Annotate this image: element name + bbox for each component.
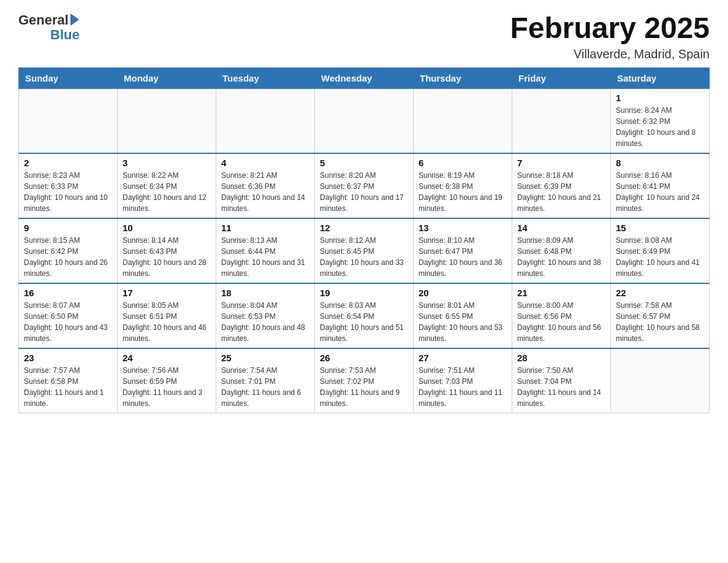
calendar-cell: 5Sunrise: 8:20 AMSunset: 6:37 PMDaylight… (315, 153, 414, 218)
calendar-cell: 18Sunrise: 8:04 AMSunset: 6:53 PMDayligh… (216, 283, 315, 348)
day-number: 7 (517, 158, 605, 168)
day-number: 24 (123, 353, 211, 363)
calendar-cell (611, 348, 710, 413)
calendar-cell: 10Sunrise: 8:14 AMSunset: 6:43 PMDayligh… (118, 218, 216, 283)
weekday-header-row: SundayMondayTuesdayWednesdayThursdayFrid… (19, 67, 710, 88)
day-number: 13 (419, 223, 507, 233)
day-detail: Sunrise: 8:03 AMSunset: 6:54 PMDaylight:… (320, 300, 408, 344)
day-number: 20 (419, 288, 507, 298)
calendar-cell: 3Sunrise: 8:22 AMSunset: 6:34 PMDaylight… (118, 153, 216, 218)
weekday-header-tuesday: Tuesday (216, 67, 315, 88)
calendar-cell: 6Sunrise: 8:19 AMSunset: 6:38 PMDaylight… (414, 153, 512, 218)
day-number: 6 (419, 158, 507, 168)
calendar-cell: 9Sunrise: 8:15 AMSunset: 6:42 PMDaylight… (19, 218, 118, 283)
day-detail: Sunrise: 7:56 AMSunset: 6:59 PMDaylight:… (123, 365, 211, 409)
day-number: 2 (24, 158, 112, 168)
day-number: 9 (24, 223, 112, 233)
day-detail: Sunrise: 7:50 AMSunset: 7:04 PMDaylight:… (517, 365, 605, 409)
calendar-cell: 2Sunrise: 8:23 AMSunset: 6:33 PMDaylight… (19, 153, 118, 218)
calendar-cell (19, 88, 118, 153)
week-row-1: 1Sunrise: 8:24 AMSunset: 6:32 PMDaylight… (19, 88, 710, 153)
calendar-cell: 22Sunrise: 7:58 AMSunset: 6:57 PMDayligh… (611, 283, 710, 348)
day-number: 28 (517, 353, 605, 363)
calendar-cell: 7Sunrise: 8:18 AMSunset: 6:39 PMDaylight… (512, 153, 611, 218)
day-detail: Sunrise: 8:08 AMSunset: 6:49 PMDaylight:… (616, 235, 704, 279)
day-number: 25 (221, 353, 309, 363)
logo-blue-text: Blue (50, 27, 80, 43)
calendar-cell (414, 88, 512, 153)
week-row-2: 2Sunrise: 8:23 AMSunset: 6:33 PMDaylight… (19, 153, 710, 218)
weekday-header-friday: Friday (512, 67, 611, 88)
day-number: 18 (221, 288, 309, 298)
calendar-table: SundayMondayTuesdayWednesdayThursdayFrid… (18, 67, 710, 413)
day-detail: Sunrise: 8:01 AMSunset: 6:55 PMDaylight:… (419, 300, 507, 344)
calendar-cell: 28Sunrise: 7:50 AMSunset: 7:04 PMDayligh… (512, 348, 611, 413)
day-number: 16 (24, 288, 112, 298)
calendar-cell: 23Sunrise: 7:57 AMSunset: 6:58 PMDayligh… (19, 348, 118, 413)
calendar-cell: 12Sunrise: 8:12 AMSunset: 6:45 PMDayligh… (315, 218, 414, 283)
day-detail: Sunrise: 8:23 AMSunset: 6:33 PMDaylight:… (24, 170, 112, 214)
calendar-cell: 21Sunrise: 8:00 AMSunset: 6:56 PMDayligh… (512, 283, 611, 348)
day-detail: Sunrise: 8:21 AMSunset: 6:36 PMDaylight:… (221, 170, 309, 214)
weekday-header-saturday: Saturday (611, 67, 710, 88)
day-detail: Sunrise: 8:12 AMSunset: 6:45 PMDaylight:… (320, 235, 408, 279)
day-detail: Sunrise: 8:07 AMSunset: 6:50 PMDaylight:… (24, 300, 112, 344)
day-detail: Sunrise: 8:05 AMSunset: 6:51 PMDaylight:… (123, 300, 211, 344)
calendar-cell: 17Sunrise: 8:05 AMSunset: 6:51 PMDayligh… (118, 283, 216, 348)
day-number: 15 (616, 223, 704, 233)
weekday-header-monday: Monday (118, 67, 216, 88)
calendar-cell (118, 88, 216, 153)
calendar-cell: 15Sunrise: 8:08 AMSunset: 6:49 PMDayligh… (611, 218, 710, 283)
day-number: 1 (616, 93, 704, 103)
week-row-4: 16Sunrise: 8:07 AMSunset: 6:50 PMDayligh… (19, 283, 710, 348)
day-number: 11 (221, 223, 309, 233)
calendar-cell: 11Sunrise: 8:13 AMSunset: 6:44 PMDayligh… (216, 218, 315, 283)
day-number: 22 (616, 288, 704, 298)
day-number: 26 (320, 353, 408, 363)
day-detail: Sunrise: 7:54 AMSunset: 7:01 PMDaylight:… (221, 365, 309, 409)
weekday-header-wednesday: Wednesday (315, 67, 414, 88)
calendar-cell: 20Sunrise: 8:01 AMSunset: 6:55 PMDayligh… (414, 283, 512, 348)
calendar-title: February 2025 (510, 12, 710, 45)
calendar-cell: 13Sunrise: 8:10 AMSunset: 6:47 PMDayligh… (414, 218, 512, 283)
day-detail: Sunrise: 8:00 AMSunset: 6:56 PMDaylight:… (517, 300, 605, 344)
calendar-cell (315, 88, 414, 153)
weekday-header-thursday: Thursday (414, 67, 512, 88)
day-number: 12 (320, 223, 408, 233)
day-number: 10 (123, 223, 211, 233)
day-number: 8 (616, 158, 704, 168)
day-detail: Sunrise: 8:18 AMSunset: 6:39 PMDaylight:… (517, 170, 605, 214)
week-row-5: 23Sunrise: 7:57 AMSunset: 6:58 PMDayligh… (19, 348, 710, 413)
day-number: 5 (320, 158, 408, 168)
calendar-cell: 26Sunrise: 7:53 AMSunset: 7:02 PMDayligh… (315, 348, 414, 413)
logo-general: General (18, 12, 69, 28)
day-detail: Sunrise: 8:04 AMSunset: 6:53 PMDaylight:… (221, 300, 309, 344)
calendar-cell: 4Sunrise: 8:21 AMSunset: 6:36 PMDaylight… (216, 153, 315, 218)
calendar-cell: 1Sunrise: 8:24 AMSunset: 6:32 PMDaylight… (611, 88, 710, 153)
day-detail: Sunrise: 8:24 AMSunset: 6:32 PMDaylight:… (616, 105, 704, 149)
day-detail: Sunrise: 8:15 AMSunset: 6:42 PMDaylight:… (24, 235, 112, 279)
day-number: 17 (123, 288, 211, 298)
day-detail: Sunrise: 8:10 AMSunset: 6:47 PMDaylight:… (419, 235, 507, 279)
day-number: 14 (517, 223, 605, 233)
day-detail: Sunrise: 7:58 AMSunset: 6:57 PMDaylight:… (616, 300, 704, 344)
day-detail: Sunrise: 8:13 AMSunset: 6:44 PMDaylight:… (221, 235, 309, 279)
day-detail: Sunrise: 8:22 AMSunset: 6:34 PMDaylight:… (123, 170, 211, 214)
calendar-cell: 16Sunrise: 8:07 AMSunset: 6:50 PMDayligh… (19, 283, 118, 348)
week-row-3: 9Sunrise: 8:15 AMSunset: 6:42 PMDaylight… (19, 218, 710, 283)
day-number: 27 (419, 353, 507, 363)
logo: General Blue (18, 12, 80, 43)
weekday-header-sunday: Sunday (19, 67, 118, 88)
calendar-cell: 14Sunrise: 8:09 AMSunset: 6:48 PMDayligh… (512, 218, 611, 283)
day-detail: Sunrise: 8:19 AMSunset: 6:38 PMDaylight:… (419, 170, 507, 214)
day-detail: Sunrise: 8:14 AMSunset: 6:43 PMDaylight:… (123, 235, 211, 279)
page-header: General Blue February 2025 Villaverde, M… (18, 12, 710, 61)
calendar-cell (216, 88, 315, 153)
calendar-cell: 19Sunrise: 8:03 AMSunset: 6:54 PMDayligh… (315, 283, 414, 348)
day-number: 19 (320, 288, 408, 298)
day-detail: Sunrise: 8:20 AMSunset: 6:37 PMDaylight:… (320, 170, 408, 214)
day-number: 4 (221, 158, 309, 168)
calendar-cell (512, 88, 611, 153)
day-number: 3 (123, 158, 211, 168)
day-number: 23 (24, 353, 112, 363)
